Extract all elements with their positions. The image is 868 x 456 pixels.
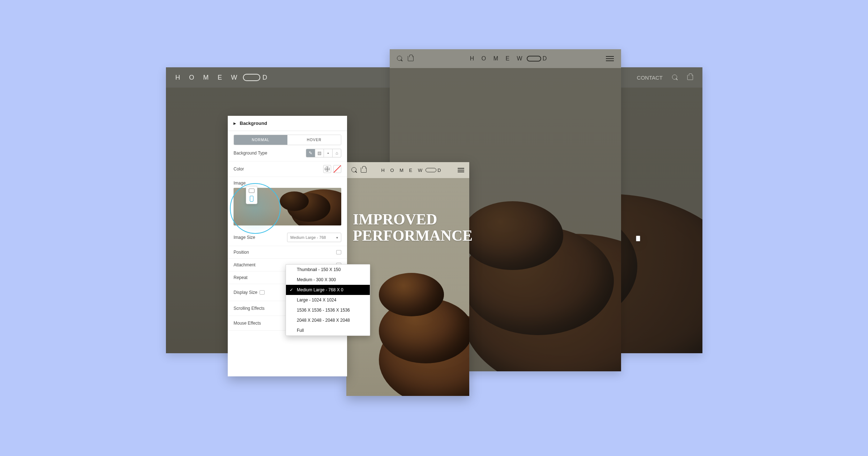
image-size-option[interactable]: Medium - 300 X 300	[286, 275, 370, 285]
tab-normal[interactable]: NORMAL	[234, 135, 287, 145]
device-picker	[246, 186, 257, 204]
cart-icon[interactable]	[361, 168, 367, 173]
hero-line-1: IMPROVED	[353, 211, 473, 228]
image-size-option[interactable]: 1536 X 1536 - 1536 X 1536	[286, 305, 370, 315]
mobile-topbar: H O M E WD	[346, 162, 469, 178]
hero-line-2: PERFORMANCE	[353, 228, 473, 244]
device-desktop-option[interactable]	[249, 189, 255, 193]
row-image-size: Image Size Medium Large - 768 ▾	[228, 229, 347, 246]
desktop-nav-right: CONTACT	[637, 75, 693, 81]
image-size-option[interactable]: Large - 1024 X 1024	[286, 295, 370, 305]
image-size-option[interactable]: Full	[286, 325, 370, 335]
desktop-brand: H O M E W D	[175, 74, 271, 81]
style-panel: ▸ Background NORMAL HOVER Background Typ…	[228, 116, 347, 376]
bg-type-gradient-button[interactable]: ▤	[315, 149, 324, 157]
brand-text-1: H O M E W	[175, 74, 241, 81]
brand-text-2: D	[262, 74, 271, 81]
mobile-brand: H O M E WD	[381, 168, 443, 173]
cart-icon[interactable]	[408, 56, 414, 61]
image-size-value: Medium Large - 768	[290, 235, 326, 240]
label-color: Color	[234, 166, 320, 172]
row-position: Position	[228, 246, 347, 259]
label-position: Position	[234, 250, 331, 255]
responsive-icon[interactable]	[336, 250, 341, 254]
hero-headline: IMPROVED PERFORMANCE	[353, 211, 473, 244]
bg-type-video-button[interactable]: ▪	[324, 149, 332, 157]
row-image-label: Image	[228, 177, 347, 186]
label-display-size: Display Size	[234, 290, 257, 295]
state-tabs: NORMAL HOVER	[228, 131, 347, 145]
nav-contact[interactable]: CONTACT	[637, 75, 663, 81]
label-bg-type: Background Type	[234, 151, 302, 156]
label-image-size: Image Size	[234, 235, 283, 240]
device-phone-option[interactable]	[250, 196, 253, 202]
image-size-select[interactable]: Medium Large - 768 ▾	[287, 233, 341, 242]
brand-oo-icon	[243, 74, 260, 81]
color-none-swatch[interactable]	[333, 165, 341, 173]
image-size-option[interactable]: Medium Large - 768 X 0	[286, 285, 370, 295]
label-image: Image	[234, 181, 341, 186]
row-color: Color	[228, 161, 347, 177]
image-size-option[interactable]: Thumbnail - 150 X 150	[286, 265, 370, 275]
image-size-dropdown: Thumbnail - 150 X 150Medium - 300 X 300M…	[286, 264, 370, 336]
section-header-background[interactable]: ▸ Background	[228, 116, 347, 131]
search-icon[interactable]	[672, 75, 678, 80]
bg-type-classic-button[interactable]: ✎	[306, 149, 315, 157]
globe-icon	[325, 166, 330, 172]
image-size-option[interactable]: 2048 X 2048 - 2048 X 2048	[286, 315, 370, 325]
section-title: Background	[240, 121, 267, 126]
tablet-topbar: H O M E WD	[390, 49, 621, 68]
brand-oo-icon	[527, 56, 541, 62]
bg-type-buttons: ✎ ▤ ▪ ⌂	[306, 149, 341, 157]
hamburger-icon[interactable]	[606, 56, 614, 61]
cart-icon[interactable]	[687, 75, 693, 80]
search-icon[interactable]	[351, 167, 357, 173]
color-global-swatch[interactable]	[323, 165, 331, 173]
hamburger-icon[interactable]	[458, 168, 464, 172]
chevron-down-icon: ▾	[336, 236, 338, 240]
stage: H O M E W D CONTACT H O M E W	[0, 0, 868, 456]
device-tablet-option[interactable]	[636, 236, 640, 241]
tablet-brand: H O M E WD	[470, 55, 550, 62]
responsive-icon[interactable]	[260, 290, 265, 295]
row-bg-type: Background Type ✎ ▤ ▪ ⌂	[228, 145, 347, 161]
tab-hover[interactable]: HOVER	[287, 135, 341, 145]
caret-right-icon: ▸	[234, 121, 236, 126]
brand-oo-icon	[426, 168, 436, 172]
bg-type-slideshow-button[interactable]: ⌂	[332, 149, 341, 157]
search-icon[interactable]	[397, 56, 403, 62]
